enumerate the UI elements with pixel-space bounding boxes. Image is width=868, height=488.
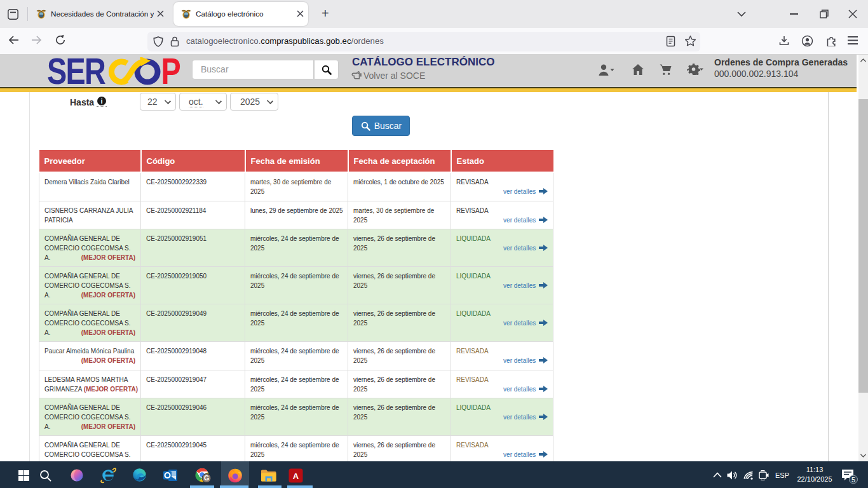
svg-text:G: G (204, 474, 209, 482)
svg-text:SER: SER (47, 57, 105, 85)
svg-text:5: 5 (851, 476, 855, 484)
svg-text:A: A (293, 471, 299, 481)
svg-text:P: P (161, 57, 181, 85)
